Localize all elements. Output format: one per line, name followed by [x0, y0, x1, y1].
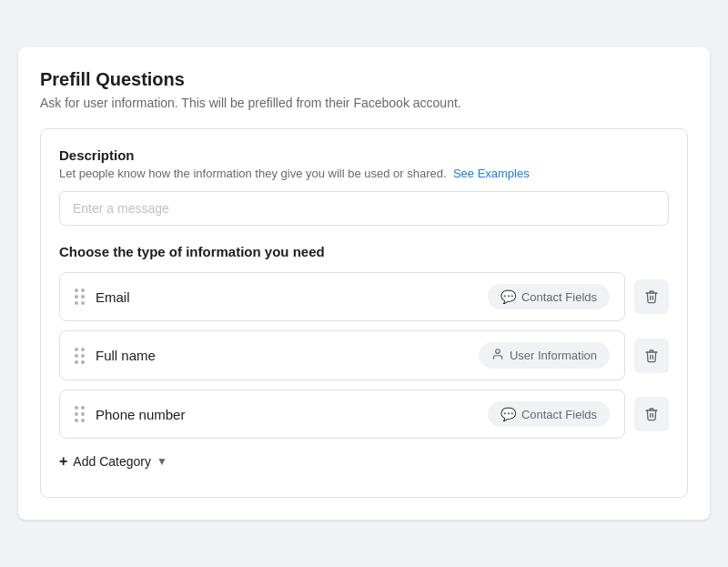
page-container: Prefill Questions Ask for user informati…	[18, 47, 710, 520]
field-row-email: Email 💬 Contact Fields	[59, 272, 669, 321]
field-name-email: Email	[96, 289, 130, 305]
fields-section-title: Choose the type of information you need	[59, 244, 669, 259]
drag-handle-fullname[interactable]	[75, 348, 85, 364]
chevron-down-icon: ▼	[157, 455, 167, 468]
person-icon-fullname	[491, 348, 504, 363]
description-hint: Let people know how the information they…	[59, 167, 669, 180]
field-badge-fullname: User Information	[479, 342, 610, 369]
field-row-phone: Phone number 💬 Contact Fields	[59, 390, 669, 439]
drag-handle-email[interactable]	[75, 289, 85, 305]
add-category-button[interactable]: + Add Category ▼	[59, 444, 167, 479]
field-list: Email 💬 Contact Fields	[59, 272, 669, 439]
badge-label-email: Contact Fields	[521, 290, 597, 304]
badge-label-fullname: User Information	[510, 349, 597, 362]
main-card: Description Let people know how the info…	[40, 128, 688, 498]
description-section: Description Let people know how the info…	[59, 147, 669, 226]
plus-icon: +	[59, 453, 67, 470]
page-title: Prefill Questions	[40, 69, 688, 90]
delete-phone-button[interactable]	[634, 397, 669, 431]
add-category-label: Add Category	[73, 454, 151, 469]
chat-icon-email: 💬	[500, 289, 516, 304]
field-row-fullname: Full name User Information	[59, 330, 669, 380]
field-badge-phone: 💬 Contact Fields	[488, 401, 610, 427]
field-card-phone: Phone number 💬 Contact Fields	[59, 390, 625, 439]
description-hint-text: Let people know how the information they…	[59, 167, 447, 180]
see-examples-link[interactable]: See Examples	[453, 167, 530, 180]
delete-email-button[interactable]	[634, 279, 669, 314]
message-input[interactable]	[59, 191, 669, 226]
field-card-email: Email 💬 Contact Fields	[59, 272, 625, 321]
field-name-fullname: Full name	[96, 348, 156, 363]
page-subtitle: Ask for user information. This will be p…	[40, 96, 688, 110]
field-name-phone: Phone number	[96, 407, 185, 422]
field-badge-email: 💬 Contact Fields	[488, 284, 610, 309]
badge-label-phone: Contact Fields	[521, 408, 597, 421]
field-card-fullname: Full name User Information	[59, 330, 625, 380]
description-label: Description	[59, 147, 669, 163]
svg-point-0	[496, 349, 500, 354]
delete-fullname-button[interactable]	[634, 339, 669, 373]
drag-handle-phone[interactable]	[75, 406, 85, 422]
chat-icon-phone: 💬	[500, 407, 516, 421]
